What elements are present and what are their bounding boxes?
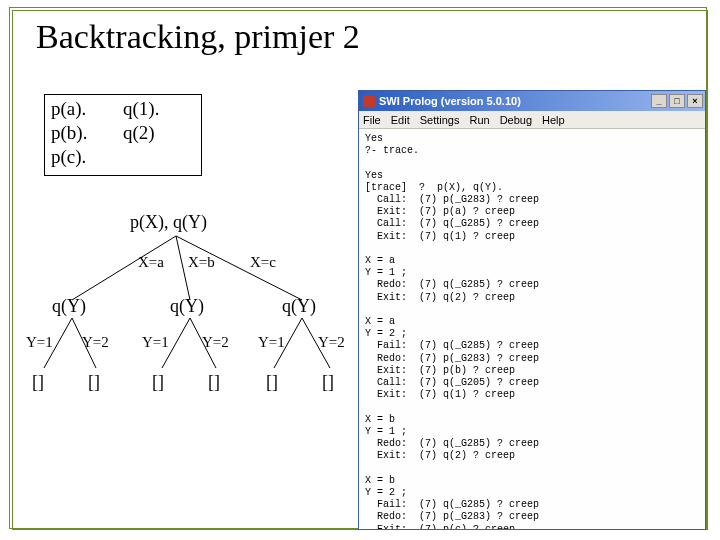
tree-root: p(X), q(Y) [130, 212, 207, 233]
maximize-button[interactable]: □ [669, 94, 685, 108]
menu-file[interactable]: File [363, 114, 381, 126]
leaf-2: [] [88, 372, 100, 393]
branch-x-b: X=b [188, 254, 215, 271]
leaf-y-1-c: Y=1 [258, 334, 285, 351]
menu-debug[interactable]: Debug [500, 114, 532, 126]
prolog-titlebar[interactable]: SWI Prolog (version 5.0.10) _ □ × [359, 91, 705, 111]
fact-p-c: p(c). [51, 145, 123, 169]
leaf-4: [] [208, 372, 220, 393]
menu-run[interactable]: Run [469, 114, 489, 126]
leaf-y-2-a: Y=2 [82, 334, 109, 351]
prolog-window: SWI Prolog (version 5.0.10) _ □ × File E… [358, 90, 706, 530]
branch-x-c: X=c [250, 254, 276, 271]
leaf-5: [] [266, 372, 278, 393]
search-tree: p(X), q(Y) X=a X=b X=c q(Y) q(Y) q(Y) Y=… [26, 210, 350, 520]
menu-settings[interactable]: Settings [420, 114, 460, 126]
window-title: SWI Prolog (version 5.0.10) [379, 95, 521, 107]
branch-x-a: X=a [138, 254, 164, 271]
fact-q-1: q(1). [123, 97, 195, 121]
subgoal-1: q(Y) [52, 296, 86, 317]
leaf-y-1-a: Y=1 [26, 334, 53, 351]
app-icon [363, 95, 375, 107]
leaf-6: [] [322, 372, 334, 393]
leaf-y-1-b: Y=1 [142, 334, 169, 351]
facts-box: p(a). q(1). p(b). q(2) p(c). [44, 94, 202, 176]
minimize-button[interactable]: _ [651, 94, 667, 108]
menu-edit[interactable]: Edit [391, 114, 410, 126]
fact-p-a: p(a). [51, 97, 123, 121]
leaf-1: [] [32, 372, 44, 393]
leaf-y-2-c: Y=2 [318, 334, 345, 351]
fact-p-b: p(b). [51, 121, 123, 145]
subgoal-2: q(Y) [170, 296, 204, 317]
menu-help[interactable]: Help [542, 114, 565, 126]
slide-title: Backtracking, primjer 2 [30, 18, 366, 56]
leaf-3: [] [152, 372, 164, 393]
close-button[interactable]: × [687, 94, 703, 108]
fact-q-2: q(2) [123, 121, 195, 145]
subgoal-3: q(Y) [282, 296, 316, 317]
prolog-console[interactable]: Yes ?- trace. Yes [trace] ? p(X), q(Y). … [359, 129, 705, 529]
leaf-y-2-b: Y=2 [202, 334, 229, 351]
prolog-menubar: File Edit Settings Run Debug Help [359, 111, 705, 129]
